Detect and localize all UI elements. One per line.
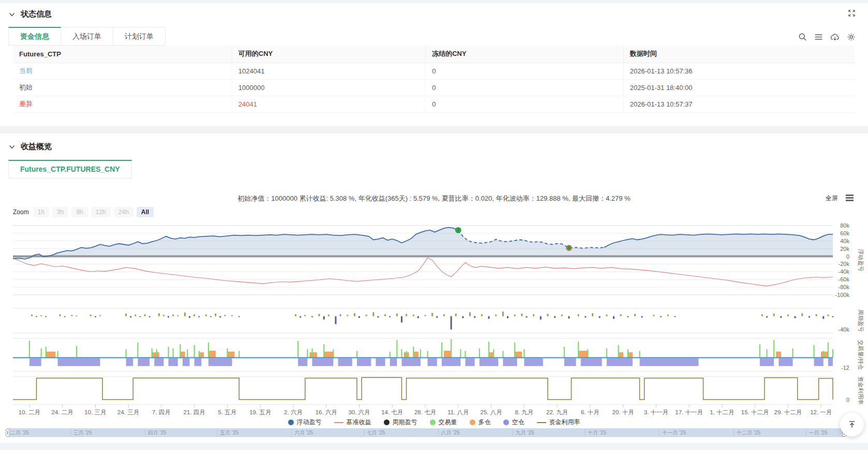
difference-label[interactable]: 差异 xyxy=(13,96,232,112)
current-link[interactable]: 当前 xyxy=(13,63,232,79)
period-pnl-bar xyxy=(354,313,355,317)
cloud-download-icon[interactable] xyxy=(830,33,840,41)
initial-available: 1000000 xyxy=(232,79,425,96)
chart-navigator[interactable]: 二月 '25三月 '25四月 '25五月 '25六月 '25七月 '25八月 '… xyxy=(8,428,844,437)
legend-label: 交易量 xyxy=(439,418,457,427)
zoom-button-1h[interactable]: 1h xyxy=(33,207,49,217)
period-pnl-bar xyxy=(189,316,190,318)
short-position-block xyxy=(524,358,543,366)
period-pnl-bar xyxy=(45,316,47,317)
zoom-button-8h[interactable]: 8h xyxy=(71,207,87,217)
navigator-month-label: 十月 '25 xyxy=(585,429,606,436)
chevron-down-icon[interactable] xyxy=(8,143,16,151)
short-position-block xyxy=(338,358,352,366)
volume-spike xyxy=(208,342,209,357)
legend-item-交易量[interactable]: 交易量 xyxy=(430,418,457,427)
period-pnl-bar xyxy=(31,314,33,316)
legend-item-资金利用率[interactable]: 资金利用率 xyxy=(537,418,580,427)
back-to-top-button[interactable] xyxy=(840,413,864,437)
period-pnl-bar xyxy=(366,314,367,316)
legend-dot-icon xyxy=(470,419,475,425)
period-pnl-bar xyxy=(149,316,151,317)
short-position-block xyxy=(814,358,824,366)
volume-spike xyxy=(401,349,402,357)
volume-spike xyxy=(792,349,793,358)
volume-spike xyxy=(238,351,240,357)
long-position-block xyxy=(776,352,781,357)
period-pnl-bar xyxy=(347,315,348,317)
volume-spike xyxy=(46,347,47,357)
volume-spike xyxy=(451,339,452,358)
period-pnl-bar xyxy=(653,315,654,317)
list-menu-icon[interactable] xyxy=(814,33,823,41)
initial-label: 初始 xyxy=(13,79,232,96)
x-axis-label: 2. 六月 xyxy=(284,409,303,415)
volume-spike xyxy=(227,349,228,358)
volume-spike xyxy=(823,351,824,357)
zoom-button-3h[interactable]: 3h xyxy=(52,207,68,217)
volume-spike xyxy=(29,341,30,358)
x-axis-label: 11. 八月 xyxy=(447,409,469,415)
search-icon[interactable] xyxy=(798,33,807,41)
short-position-block xyxy=(828,358,833,366)
period-pnl-bar xyxy=(554,316,556,318)
settings-gear-icon[interactable] xyxy=(847,33,856,41)
period-pnl-bar xyxy=(139,316,141,317)
funds-table: Futures_CTP 可用的CNY 冻结的CNY 数据时间 当前 102404… xyxy=(13,46,855,113)
tab-入场订单[interactable]: 入场订单 xyxy=(61,27,113,46)
col-header-account: Futures_CTP xyxy=(13,46,232,63)
volume-spike xyxy=(173,349,174,358)
long-position-block xyxy=(413,352,418,357)
volume-spike xyxy=(152,349,153,358)
initial-time: 2025-01-31 18:40:00 xyxy=(623,79,855,96)
long-position-block xyxy=(821,352,828,357)
legend-label: 周期盈亏 xyxy=(393,418,417,427)
chevron-down-icon[interactable] xyxy=(8,11,16,18)
period-pnl-bar xyxy=(323,316,325,319)
period-pnl-bar xyxy=(425,315,426,317)
y-axis-title: 周期盈亏 xyxy=(858,309,864,332)
period-pnl-bar xyxy=(431,313,433,316)
legend-item-空仓[interactable]: 空仓 xyxy=(503,418,525,427)
zoom-button-All[interactable]: All xyxy=(137,207,154,217)
period-pnl-bar xyxy=(335,316,336,324)
legend-dot-icon xyxy=(384,419,390,425)
tab-计划订单[interactable]: 计划订单 xyxy=(113,27,166,46)
period-pnl-bar xyxy=(163,315,164,317)
period-pnl-bar xyxy=(377,316,379,318)
short-position-block xyxy=(640,358,699,366)
y-axis-label: 0 xyxy=(846,397,849,403)
table-row-difference: 差异 24041 0 2026-01-13 10:57:37 xyxy=(13,96,855,112)
fullscreen-expand-icon[interactable] xyxy=(848,9,856,19)
legend-item-浮动盈亏[interactable]: 浮动盈亏 xyxy=(288,418,322,427)
period-pnl-bar xyxy=(766,316,768,318)
navigator-left-handle[interactable] xyxy=(6,429,10,437)
table-row-current: 当前 1024041 0 2026-01-13 10:57:36 xyxy=(13,63,855,79)
profit-chart[interactable]: 80k60k40k20k0-20k-40k-60k-80k-100k-40k-1… xyxy=(0,222,868,418)
chart-fullscreen-button[interactable]: 全屏 xyxy=(826,194,838,203)
zoom-button-12h[interactable]: 12h xyxy=(91,207,111,217)
period-pnl-bar xyxy=(300,316,301,318)
period-pnl-bar xyxy=(384,314,386,317)
volume-spike xyxy=(514,342,515,357)
volume-spike xyxy=(813,345,814,357)
period-pnl-bar xyxy=(436,316,438,318)
period-pnl-bar xyxy=(372,312,374,317)
zoom-button-24h[interactable]: 24h xyxy=(114,207,133,217)
current-time: 2026-01-13 10:57:36 xyxy=(623,63,855,79)
short-position-block xyxy=(208,358,232,366)
y-axis-title: 资金利用率 xyxy=(858,377,864,405)
legend-item-基准收益[interactable]: 基准收益 xyxy=(334,418,371,427)
tab-资金信息[interactable]: 资金信息 xyxy=(8,27,61,46)
volume-spike xyxy=(307,349,308,357)
period-pnl-bar xyxy=(585,316,586,318)
legend-item-多仓[interactable]: 多仓 xyxy=(470,418,491,427)
short-position-block xyxy=(58,358,100,366)
period-pnl-bar xyxy=(502,311,504,316)
x-axis-label: 1. 十二月 xyxy=(710,409,734,415)
tab-futures-ctp-futures-cny[interactable]: Futures_CTP.FUTURES_CNY xyxy=(8,160,132,178)
x-axis-label: 29. 十二月 xyxy=(774,409,802,415)
legend-item-周期盈亏[interactable]: 周期盈亏 xyxy=(384,418,417,427)
chart-menu-icon[interactable] xyxy=(846,194,854,202)
period-pnl-bar xyxy=(795,316,796,318)
